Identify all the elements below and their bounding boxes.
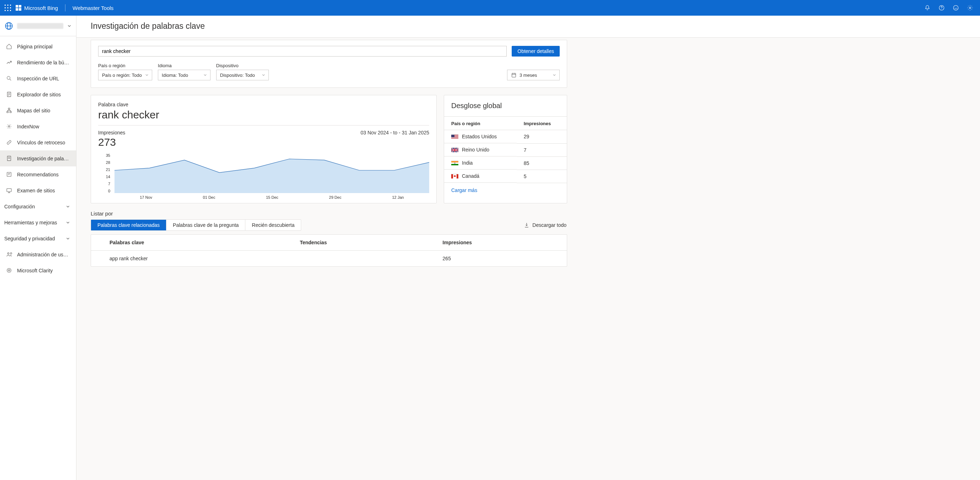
waffle-icon (5, 5, 11, 11)
language-filter[interactable]: Idioma: Todo (158, 70, 210, 80)
nav-keyword-research[interactable]: Investigación de palabras … (0, 150, 76, 166)
tab-related[interactable]: Palabras clave relacionadas (91, 220, 166, 230)
svg-rect-20 (8, 108, 10, 110)
device-filter-label: Dispositivo (216, 63, 269, 68)
nav-label: Microsoft Clarity (17, 268, 52, 273)
country-impressions: 7 (517, 143, 567, 156)
svg-rect-1 (8, 5, 8, 6)
site-picker[interactable] (0, 16, 76, 36)
global-row[interactable]: Canadá5 (444, 170, 567, 183)
nav-section-label: Herramientas y mejoras (4, 220, 57, 226)
app-launcher[interactable] (0, 0, 16, 16)
svg-rect-26 (7, 189, 11, 192)
sitemap-icon (6, 107, 12, 114)
svg-rect-38 (451, 135, 455, 137)
svg-point-15 (969, 7, 971, 9)
load-more-link[interactable]: Cargar más (451, 188, 477, 193)
device-filter[interactable]: Dispositivo: Todo (216, 70, 269, 80)
impressions-label: Impresiones (98, 130, 125, 135)
global-breakdown-card: Desglose global País o región Impresione… (444, 95, 567, 203)
download-icon (524, 222, 530, 228)
nav-label: Mapas del sitio (17, 108, 50, 113)
svg-rect-8 (10, 10, 11, 11)
feedback-button[interactable] (949, 0, 963, 16)
nav-url-inspection[interactable]: Inspección de URL (0, 70, 76, 86)
monitor-icon (6, 188, 12, 194)
nav-search-performance[interactable]: Rendimiento de la búsque… (0, 54, 76, 70)
nav-clarity[interactable]: Microsoft Clarity (0, 262, 76, 278)
keyword-row[interactable]: app rank checker265 (91, 251, 567, 267)
get-details-button[interactable]: Obtener detalles (512, 46, 560, 57)
svg-point-27 (8, 253, 9, 254)
nav-section-config[interactable]: Configuración (0, 199, 76, 215)
nav-label: Explorador de sitios (17, 92, 61, 97)
kw-cell: app rank checker (91, 251, 281, 267)
country-name: Reino Unido (462, 147, 489, 153)
country-impressions: 29 (517, 130, 567, 144)
top-bar: Microsoft Bing Webmaster Tools (0, 0, 980, 16)
nav-backlinks[interactable]: Vínculos de retroceso (0, 134, 76, 150)
global-row[interactable]: Estados Unidos29 (444, 130, 567, 144)
chevron-down-icon (203, 73, 207, 77)
country-name: India (462, 160, 473, 166)
smiley-icon (953, 5, 959, 11)
bell-icon (924, 5, 931, 11)
date-range-filter[interactable]: 3 meses (507, 70, 560, 80)
nav-section-security[interactable]: Seguridad y privacidad (0, 230, 76, 246)
list-by-label: Listar por (91, 210, 113, 216)
svg-rect-35 (451, 137, 458, 138)
global-country-header: País o región (444, 117, 517, 130)
home-icon (6, 43, 12, 50)
nav-section-label: Configuración (4, 204, 35, 210)
nav-home[interactable]: Página principal (0, 38, 76, 54)
svg-rect-11 (16, 8, 18, 11)
flag-icon (451, 148, 458, 152)
keyword-input[interactable] (98, 46, 507, 57)
brand-text-1: Microsoft Bing (24, 5, 58, 11)
keyword-card: Palabra clave rank checker Impresiones 0… (91, 95, 437, 203)
svg-point-14 (953, 5, 958, 10)
svg-rect-37 (451, 139, 458, 139)
recommendations-icon (6, 172, 12, 178)
tab-new[interactable]: Recién descubierta (245, 220, 301, 230)
document-search-icon (6, 156, 12, 162)
question-icon (939, 5, 945, 11)
page-header: Investigación de palabras clave (76, 16, 980, 38)
nav-indexnow[interactable]: IndexNow (0, 118, 76, 134)
nav-site-scan[interactable]: Examen de sitios (0, 183, 76, 199)
page-title: Investigación de palabras clave (91, 21, 980, 31)
language-filter-label: Idioma (158, 63, 210, 68)
settings-button[interactable] (963, 0, 977, 16)
download-all-button[interactable]: Descargar todo (524, 222, 566, 228)
svg-point-23 (8, 126, 10, 127)
help-button[interactable] (934, 0, 949, 16)
trend-col-header: Tendencias (281, 235, 424, 251)
tab-question[interactable]: Palabras clave de la pregunta (166, 220, 245, 230)
svg-point-28 (7, 269, 11, 272)
nav-sitemaps[interactable]: Mapas del sitio (0, 102, 76, 118)
nav-label: Página principal (17, 44, 52, 49)
nav-label: Inspección de URL (17, 76, 59, 81)
global-row[interactable]: India85 (444, 156, 567, 170)
flag-icon (451, 161, 458, 165)
gear-icon (967, 5, 973, 11)
nav-site-explorer[interactable]: Explorador de sitios (0, 86, 76, 102)
svg-rect-42 (451, 164, 458, 165)
svg-rect-22 (10, 111, 11, 113)
impr-col-header: Impresiones (424, 235, 567, 251)
impressions-chart: 3528211470 17 Nov01 Dec15 Dec29 Dec12 Ja… (98, 153, 429, 199)
chevron-down-icon (261, 73, 266, 77)
nav-label: Recommendations (17, 172, 59, 177)
nav-recommendations[interactable]: Recommendations (0, 166, 76, 183)
global-row[interactable]: Reino Unido7 (444, 143, 567, 156)
nav-user-admin[interactable]: Administración de usuarios (0, 246, 76, 262)
nav-section-tools[interactable]: Herramientas y mejoras (0, 215, 76, 230)
notifications-button[interactable] (920, 0, 934, 16)
impr-cell: 265 (424, 251, 567, 267)
svg-rect-45 (451, 174, 453, 178)
svg-rect-40 (451, 161, 458, 162)
chevron-down-icon (65, 220, 70, 225)
svg-rect-6 (5, 10, 6, 11)
country-filter[interactable]: País o región: Todo (98, 70, 152, 80)
brand-text-2: Webmaster Tools (73, 5, 113, 11)
